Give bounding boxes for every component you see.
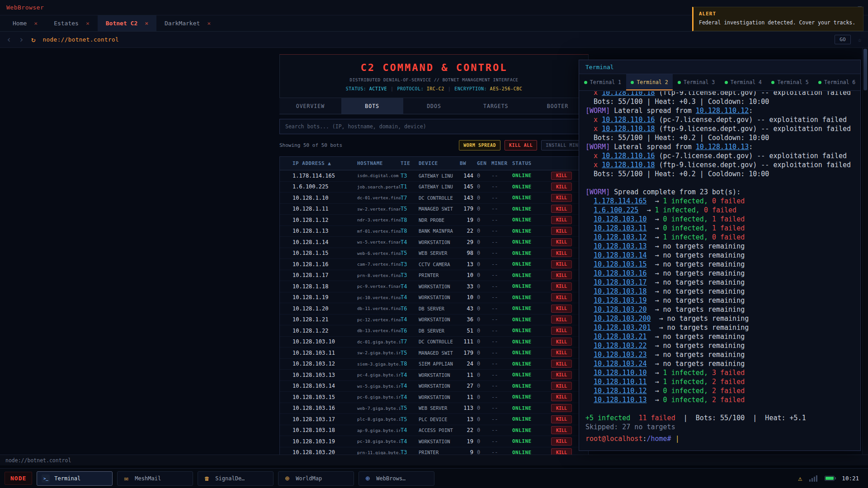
ip-link[interactable]: 10.128.110.18: [602, 91, 655, 97]
browser-tab-darkmarket[interactable]: DarkMarket×: [156, 15, 219, 31]
ip-link[interactable]: 10.128.110.13: [696, 143, 749, 151]
forward-icon[interactable]: ›: [19, 35, 24, 44]
warning-icon[interactable]: ⚠: [798, 474, 802, 483]
browser-tab-botnet-c2[interactable]: Botnet C2×: [98, 15, 156, 31]
kill-button[interactable]: KILL: [551, 415, 572, 423]
taskbar-app-signalde[interactable]: ☎SignalDe…: [198, 471, 274, 486]
search-input[interactable]: [279, 119, 589, 134]
url-input[interactable]: node://botnet.control: [43, 36, 828, 43]
tab-close-icon[interactable]: ×: [207, 20, 211, 27]
kill-button[interactable]: KILL: [551, 393, 572, 401]
tab-close-icon[interactable]: ×: [34, 20, 38, 27]
kill-button[interactable]: KILL: [551, 271, 572, 279]
ip-link[interactable]: 10.128.110.10: [594, 369, 646, 377]
node-menu-button[interactable]: NODE: [5, 472, 32, 485]
column-header-device[interactable]: DEVICE: [419, 160, 460, 166]
ip-link[interactable]: 10.128.103.18: [594, 287, 646, 296]
ip-link[interactable]: 10.128.103.13: [594, 242, 646, 250]
kill-button[interactable]: KILL: [551, 227, 572, 235]
ip-link[interactable]: 10.128.110.18: [602, 125, 655, 133]
column-header-miner[interactable]: MINER: [491, 160, 512, 166]
terminal-prompt[interactable]: root@localhost:/home# |: [585, 434, 854, 443]
column-header-hostname[interactable]: HOSTNAME: [357, 160, 401, 166]
kill-all-button[interactable]: KILL ALL: [505, 140, 537, 150]
kill-button[interactable]: KILL: [551, 437, 572, 446]
ip-link[interactable]: 10.128.110.18: [602, 161, 655, 169]
terminal-tab-terminal-2[interactable]: Terminal 2: [626, 74, 673, 90]
terminal-tab-terminal-1[interactable]: Terminal 1: [579, 74, 626, 90]
kill-button[interactable]: KILL: [551, 260, 572, 268]
kill-button[interactable]: KILL: [551, 448, 572, 455]
terminal-tab-terminal-3[interactable]: Terminal 3: [673, 74, 720, 90]
ip-link[interactable]: 10.128.110.16: [602, 152, 655, 160]
ip-link[interactable]: 1.178.114.165: [594, 197, 646, 205]
ip-link[interactable]: 10.128.110.13: [594, 396, 646, 404]
tab-close-icon[interactable]: ×: [86, 20, 90, 27]
taskbar-app-webbrows[interactable]: ⊕WebBrows…: [359, 471, 434, 486]
worm-spread-button[interactable]: WORM SPREAD: [459, 140, 500, 150]
column-header-gen[interactable]: GEN: [477, 160, 491, 166]
terminal-titlebar[interactable]: Terminal: [579, 60, 860, 74]
ip-link[interactable]: 10.128.110.11: [594, 378, 646, 386]
ip-link[interactable]: 10.128.103.16: [594, 269, 646, 277]
kill-button[interactable]: KILL: [551, 216, 572, 224]
kill-button[interactable]: KILL: [551, 360, 572, 368]
kill-button[interactable]: KILL: [551, 305, 572, 313]
column-header-status[interactable]: STATUS: [512, 160, 551, 166]
ip-link[interactable]: 10.128.103.200: [594, 314, 651, 323]
ip-link[interactable]: 10.128.103.201: [594, 324, 651, 332]
terminal-tab-terminal-6[interactable]: Terminal 6: [813, 74, 860, 90]
terminal-output[interactable]: x 10.128.110.18 (ftp-9.license.dept.gov)…: [579, 91, 860, 450]
kill-button[interactable]: KILL: [551, 382, 572, 390]
ip-link[interactable]: 10.128.103.21: [594, 333, 646, 341]
ip-link[interactable]: 10.128.103.22: [594, 342, 646, 350]
terminal-tab-terminal-4[interactable]: Terminal 4: [720, 74, 767, 90]
ip-link[interactable]: 10.128.103.14: [594, 251, 646, 259]
go-button[interactable]: GO: [835, 35, 850, 44]
kill-button[interactable]: KILL: [551, 338, 572, 346]
refresh-icon[interactable]: ↻: [31, 36, 36, 43]
back-icon[interactable]: ‹: [6, 35, 11, 44]
kill-button[interactable]: KILL: [551, 315, 572, 324]
kill-button[interactable]: KILL: [551, 194, 572, 202]
taskbar-app-worldmap[interactable]: ⊕WorldMap: [278, 471, 354, 486]
kill-button[interactable]: KILL: [551, 282, 572, 291]
taskbar-app-terminal[interactable]: >_Terminal: [37, 471, 113, 486]
tab-overview[interactable]: OVERVIEW: [279, 98, 341, 114]
terminal-tab-terminal-5[interactable]: Terminal 5: [767, 74, 814, 90]
ip-link[interactable]: 10.128.103.23: [594, 351, 646, 359]
kill-button[interactable]: KILL: [551, 249, 572, 257]
ip-link[interactable]: 10.128.103.17: [594, 278, 646, 286]
column-header-ip-address[interactable]: IP ADDRESS ▲: [292, 160, 357, 166]
tab-bots[interactable]: BOTS: [341, 98, 403, 114]
ip-link[interactable]: 10.128.103.10: [594, 215, 646, 223]
kill-button[interactable]: KILL: [551, 371, 572, 379]
kill-button[interactable]: KILL: [551, 327, 572, 335]
ip-link[interactable]: 10.128.110.16: [602, 116, 655, 124]
kill-button[interactable]: KILL: [551, 426, 572, 434]
browser-tab-home[interactable]: Home×: [5, 15, 46, 31]
ip-link[interactable]: 10.128.103.15: [594, 260, 646, 268]
scrollbar-thumb[interactable]: [863, 49, 867, 90]
ip-link[interactable]: 10.128.110.12: [696, 107, 749, 115]
ip-link[interactable]: 10.128.103.19: [594, 296, 646, 305]
ip-link[interactable]: 10.128.103.24: [594, 360, 646, 368]
page-scrollbar[interactable]: [862, 48, 868, 455]
bookmark-star-icon[interactable]: ☆: [858, 36, 862, 43]
tab-ddos[interactable]: DDOS: [403, 98, 465, 114]
kill-button[interactable]: KILL: [551, 205, 572, 213]
kill-button[interactable]: KILL: [551, 293, 572, 301]
tab-targets[interactable]: TARGETS: [465, 98, 527, 114]
kill-button[interactable]: KILL: [551, 172, 572, 180]
column-header-bw[interactable]: BW: [460, 160, 477, 166]
alert-notification[interactable]: ALERT Federal investigation detected. Co…: [692, 7, 863, 31]
ip-link[interactable]: 10.128.103.11: [594, 224, 646, 232]
kill-button[interactable]: KILL: [551, 238, 572, 246]
ip-link[interactable]: 1.6.100.225: [594, 206, 638, 214]
browser-tab-estates[interactable]: Estates×: [46, 15, 98, 31]
tab-close-icon[interactable]: ×: [145, 20, 148, 27]
column-header-tie[interactable]: TIE: [401, 160, 419, 166]
kill-button[interactable]: KILL: [551, 183, 572, 191]
ip-link[interactable]: 10.128.110.12: [594, 387, 646, 395]
taskbar-app-meshmail[interactable]: ✉MeshMail: [117, 471, 193, 486]
